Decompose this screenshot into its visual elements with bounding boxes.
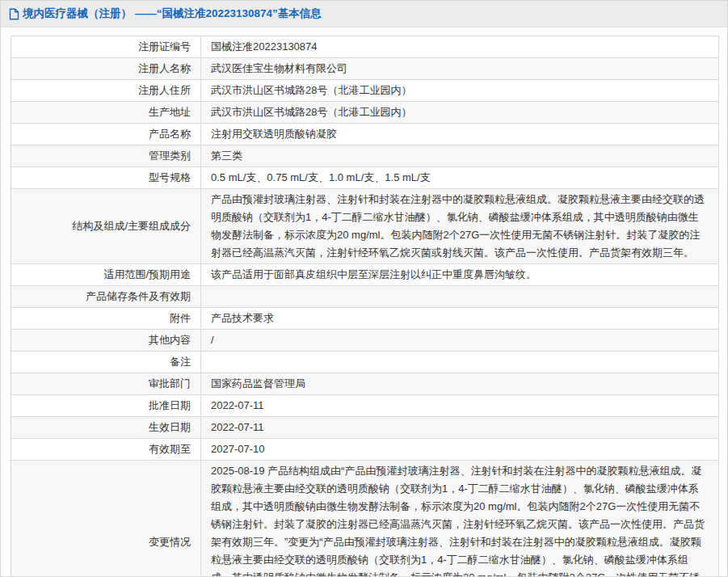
row-value: 产品技术要求 — [201, 308, 719, 330]
row-value: 该产品适用于面部真皮组织中层至深层注射以纠正中重度鼻唇沟皱纹。 — [201, 264, 719, 286]
row-value: 国械注准20223130874 — [201, 36, 719, 58]
row-label: 注册证编号 — [11, 36, 201, 58]
row-label: 备注 — [11, 352, 201, 373]
table-row: 适用范围/预期用途 该产品适用于面部真皮组织中层至深层注射以纠正中重度鼻唇沟皱纹… — [11, 264, 719, 286]
row-value: 2025-08-19 产品结构组成由“产品由预灌封玻璃注射器、注射针和封装在注射… — [201, 461, 719, 577]
info-table-body: 注册证编号 国械注准20223130874 注册人名称 武汉医佳宝生物材料有限公… — [11, 36, 719, 577]
info-table: 注册证编号 国械注准20223130874 注册人名称 武汉医佳宝生物材料有限公… — [11, 36, 719, 577]
row-label: 型号规格 — [11, 167, 201, 189]
document-icon — [9, 8, 19, 20]
table-row: 注册人名称 武汉医佳宝生物材料有限公司 — [11, 58, 719, 80]
table-row: 结构及组成/主要组成成分 产品由预灌封玻璃注射器、注射针和封装在注射器中的凝胶颗… — [11, 189, 719, 264]
registration-info-page: 境内医疗器械（注册） ——“国械注准20223130874”基本信息 注册证编号… — [0, 0, 728, 577]
table-row: 生产地址 武汉市洪山区书城路28号（北港工业园内） — [11, 102, 719, 124]
table-row: 产品储存条件及有效期 — [11, 286, 719, 308]
row-value: / — [201, 330, 719, 352]
row-label: 产品名称 — [11, 124, 201, 145]
row-label: 结构及组成/主要组成成分 — [11, 189, 201, 264]
row-label: 生产地址 — [11, 102, 201, 124]
row-label: 管理类别 — [11, 145, 201, 167]
table-row: 有效期至 2027-07-10 — [11, 439, 719, 461]
table-row: 注册证编号 国械注准20223130874 — [11, 36, 719, 58]
table-row: 注册人住所 武汉市洪山区书城路28号（北港工业园内） — [11, 80, 719, 102]
table-row: 审批部门 国家药品监督管理局 — [11, 373, 719, 395]
row-value: 武汉医佳宝生物材料有限公司 — [201, 58, 719, 80]
page-title: 境内医疗器械（注册） ——“国械注准20223130874”基本信息 — [9, 6, 322, 21]
row-value: 第三类 — [201, 145, 719, 167]
row-label: 批准日期 — [11, 395, 201, 417]
row-value: 产品由预灌封玻璃注射器、注射针和封装在注射器中的凝胶颗粒悬液组成。凝胶颗粒悬液主… — [201, 189, 719, 264]
page-title-text: 境内医疗器械（注册） ——“国械注准20223130874”基本信息 — [23, 6, 322, 21]
row-label: 注册人名称 — [11, 58, 201, 80]
row-value: 2027-07-10 — [201, 439, 719, 461]
row-value: 国家药品监督管理局 — [201, 373, 719, 395]
row-label: 有效期至 — [11, 439, 201, 461]
table-row: 其他内容 / — [11, 330, 719, 352]
row-label: 生效日期 — [11, 417, 201, 439]
row-value: 2022-07-11 — [201, 417, 719, 439]
row-value: 注射用交联透明质酸钠凝胶 — [201, 124, 719, 145]
table-row: 备注 — [11, 352, 719, 373]
table-row: 批准日期 2022-07-11 — [11, 395, 719, 417]
row-value: 武汉市洪山区书城路28号（北港工业园内） — [201, 102, 719, 124]
row-label: 审批部门 — [11, 373, 201, 395]
row-value: 2022-07-11 — [201, 395, 719, 417]
row-label: 注册人住所 — [11, 80, 201, 102]
table-row: 生效日期 2022-07-11 — [11, 417, 719, 439]
table-row: 附件 产品技术要求 — [11, 308, 719, 330]
table-row: 变更情况 2025-08-19 产品结构组成由“产品由预灌封玻璃注射器、注射针和… — [11, 461, 719, 577]
row-value — [201, 286, 719, 308]
row-label: 其他内容 — [11, 330, 201, 352]
page-header: 境内医疗器械（注册） ——“国械注准20223130874”基本信息 — [1, 1, 727, 27]
row-label: 变更情况 — [11, 461, 201, 577]
row-label: 附件 — [11, 308, 201, 330]
row-value: 0.5 mL/支、0.75 mL/支、1.0 mL/支、1.5 mL/支 — [201, 167, 719, 189]
row-label: 产品储存条件及有效期 — [11, 286, 201, 308]
row-label: 适用范围/预期用途 — [11, 264, 201, 286]
table-row: 型号规格 0.5 mL/支、0.75 mL/支、1.0 mL/支、1.5 mL/… — [11, 167, 719, 189]
table-row: 产品名称 注射用交联透明质酸钠凝胶 — [11, 124, 719, 145]
row-value — [201, 352, 719, 373]
table-row: 管理类别 第三类 — [11, 145, 719, 167]
row-value: 武汉市洪山区书城路28号（北港工业园内） — [201, 80, 719, 102]
